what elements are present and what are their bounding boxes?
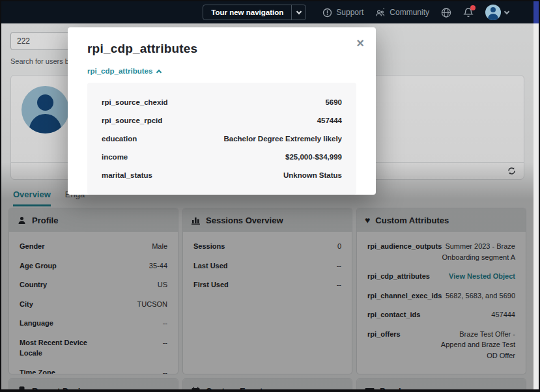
expander-label: rpi_cdp_attributes [87,67,152,75]
tour-new-navigation-label: Tour new navigation [203,5,291,20]
chevron-down-icon [296,8,302,14]
notification-badge [470,5,476,10]
account-menu[interactable] [485,5,509,20]
chevron-down-icon [504,8,509,14]
modal-attribute-row: rpi_source_rpcid457444 [102,111,342,130]
user-avatar-icon [485,5,501,20]
tour-new-navigation-button[interactable]: Tour new navigation [203,5,306,20]
close-icon[interactable]: × [356,36,364,49]
notifications-menu[interactable] [463,7,474,18]
modal-attribute-row: educationBachelor Degree Extremely likel… [102,130,342,148]
nested-object-modal: × rpi_cdp_attributes rpi_cdp_attributes … [68,27,376,195]
tour-dropdown-toggle[interactable] [291,5,306,20]
info-circle-icon [322,7,332,18]
app-window: Tour new navigation Support Community [0,0,540,392]
top-navbar: Tour new navigation Support Community [1,1,539,23]
support-label: Support [336,8,363,17]
modal-attribute-row: rpi_source_chexid5690 [102,93,342,111]
community-menu-item[interactable]: Community [375,7,429,18]
support-menu-item[interactable]: Support [322,7,363,18]
language-menu[interactable] [441,7,451,18]
modal-attribute-row: marital_statusUnknown Status [102,166,342,184]
attributes-expander[interactable]: rpi_cdp_attributes [87,67,356,75]
nested-attributes-panel: rpi_source_chexid5690 rpi_source_rpcid45… [87,83,356,195]
modal-attribute-row: income$25,000-$34,999 [102,148,342,166]
community-people-icon [375,7,386,18]
chevron-up-icon [156,70,162,75]
globe-icon [441,7,451,18]
page-scrollbar[interactable] [533,1,539,389]
modal-title: rpi_cdp_attributes [87,42,356,56]
scrollbar-thumb[interactable] [533,1,539,23]
community-label: Community [390,8,429,17]
